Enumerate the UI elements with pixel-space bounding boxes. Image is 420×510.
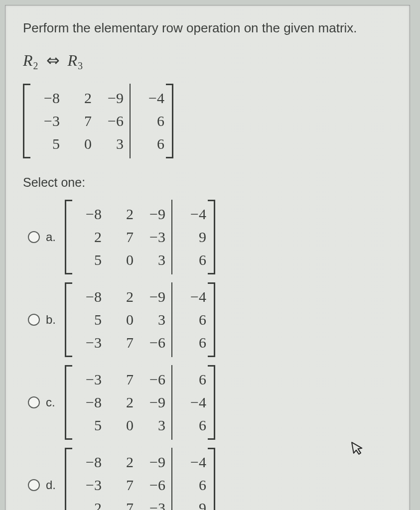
matrix-cell: 6 [176,308,208,331]
matrix-cell: −3 [136,497,167,510]
matrix-row: −3 7 −6 6 [72,474,208,497]
option-a[interactable]: a. −8 2 −9 −4 2 7 −3 9 5 0 [28,197,392,277]
matrix-cell: 3 [94,132,126,155]
matrix-cell: 9 [176,226,208,249]
option-b[interactable]: b. −8 2 −9 −4 5 0 3 6 −3 7 [28,279,392,360]
matrix-cell: 7 [104,368,136,391]
augment-separator [171,411,172,440]
augment-separator [171,328,172,357]
matrix-cell: 5 [72,414,104,437]
matrix-cell: 9 [176,497,208,510]
matrix-cell: 0 [104,308,136,331]
swap-arrow-icon: ⇔ [46,51,60,69]
matrix-cell: −8 [72,285,104,308]
option-label: a. [46,230,59,244]
matrix-cell: 0 [62,132,94,155]
options-group: a. −8 2 −9 −4 2 7 −3 9 5 0 [28,197,392,510]
matrix-row: −8 2 −9 −4 [72,203,208,226]
option-d[interactable]: d. −8 2 −9 −4 −3 7 −6 6 2 [28,445,392,510]
matrix-cell: −6 [136,474,167,497]
matrix-cell: 2 [104,203,136,226]
matrix-cell: 5 [72,308,104,331]
augment-separator [171,246,172,274]
op-left-symbol: R [23,51,33,69]
matrix-row: 2 7 −3 9 [72,497,208,510]
matrix-cell: 6 [176,368,208,391]
matrix-cell: −4 [176,285,208,308]
option-matrix: −3 7 −6 6 −8 2 −9 −4 5 0 3 [65,365,215,440]
matrix-cell: −4 [135,87,166,110]
radio-c[interactable] [28,396,40,408]
matrix-row: 5 0 3 6 [72,414,208,437]
matrix-cell: −4 [176,203,208,226]
option-label: c. [46,395,59,409]
option-matrix: −8 2 −9 −4 2 7 −3 9 5 0 3 [65,200,215,274]
radio-a[interactable] [28,231,40,243]
matrix-cell: 3 [136,249,167,271]
matrix-row: −8 2 −9 −4 [30,87,166,110]
op-left-sub: 2 [33,60,39,71]
matrix-cell: 6 [135,132,166,155]
matrix-row: −8 2 −9 −4 [72,451,208,474]
matrix-cell: −9 [136,451,167,474]
matrix-cell: −3 [30,110,62,132]
matrix-cell: −8 [72,451,104,474]
radio-b[interactable] [28,314,40,326]
matrix-cell: 7 [104,226,136,249]
matrix-cell: −9 [136,391,167,414]
matrix-cell: 5 [72,249,104,271]
matrix-cell: −8 [30,87,62,110]
matrix-cell: 6 [176,331,208,354]
augment-separator [171,494,172,510]
matrix-cell: −3 [136,226,167,249]
matrix-cell: 6 [176,474,208,497]
matrix-row: 5 0 3 6 [72,308,208,331]
question-prompt: Perform the elementary row operation on … [23,20,392,36]
row-operation: R2 ⇔ R3 [23,51,392,72]
matrix-cell: −4 [176,391,208,414]
matrix-cell: 0 [104,249,136,271]
matrix-row: −8 2 −9 −4 [72,285,208,308]
op-right-sub: 3 [78,60,83,71]
question-card: Perform the elementary row operation on … [5,5,410,510]
option-c[interactable]: c. −3 7 −6 6 −8 2 −9 −4 5 [28,362,392,443]
matrix-cell: 3 [136,414,167,437]
matrix-cell: 7 [62,110,94,132]
matrix-row: −8 2 −9 −4 [72,391,208,414]
matrix-cell: 2 [72,226,104,249]
matrix-row: −3 7 −6 6 [72,368,208,391]
matrix-cell: 7 [104,497,136,510]
matrix-cell: −9 [94,87,126,110]
matrix-cell: 6 [176,414,208,437]
matrix-cell: −8 [72,203,104,226]
matrix-cell: −4 [176,451,208,474]
matrix-cell: 0 [104,414,136,437]
matrix-cell: −6 [94,110,126,132]
given-matrix: −8 2 −9 −4 −3 7 −6 6 5 0 3 6 [23,84,173,158]
matrix-cell: −3 [72,331,104,354]
select-one-label: Select one: [23,175,392,190]
matrix-cell: −3 [72,474,104,497]
radio-d[interactable] [28,479,40,491]
matrix-cell: 2 [62,87,94,110]
augment-separator [130,129,131,158]
option-matrix: −8 2 −9 −4 5 0 3 6 −3 7 −6 [65,282,215,357]
option-label: d. [46,478,59,492]
matrix-cell: 3 [136,308,167,331]
matrix-cell: 6 [176,249,208,271]
matrix-cell: −3 [72,368,104,391]
matrix-cell: 2 [72,497,104,510]
matrix-cell: −9 [136,285,167,308]
matrix-row: 5 0 3 6 [30,132,166,155]
matrix-row: 2 7 −3 9 [72,226,208,249]
matrix-cell: 2 [104,285,136,308]
op-right-symbol: R [68,51,78,69]
matrix-row: −3 7 −6 6 [72,331,208,354]
matrix-row: 5 0 3 6 [72,249,208,271]
matrix-cell: 7 [104,474,136,497]
option-label: b. [46,313,59,327]
matrix-cell: −6 [136,368,167,391]
matrix-cell: 5 [30,132,62,155]
matrix-cell: −6 [136,331,167,354]
matrix-cell: −8 [72,391,104,414]
